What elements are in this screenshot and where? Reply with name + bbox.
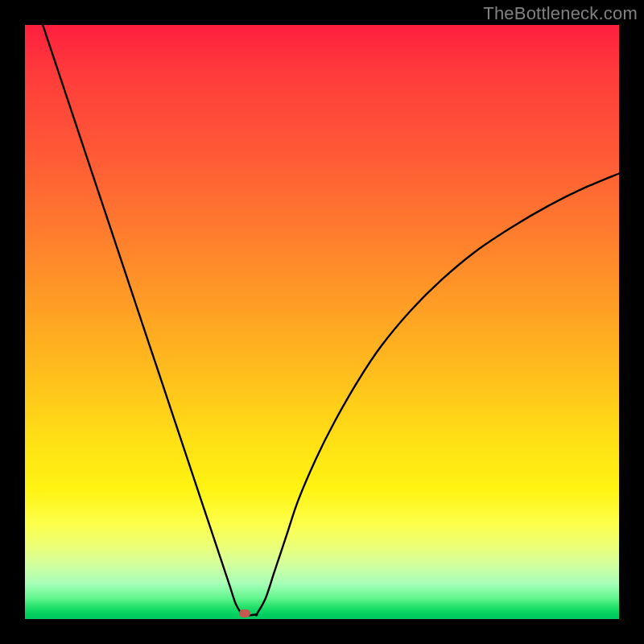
bottleneck-curve: [25, 25, 619, 619]
chart-frame: TheBottleneck.com: [0, 0, 644, 644]
optimum-marker: [239, 609, 250, 617]
plot-area: [25, 25, 619, 619]
watermark-text: TheBottleneck.com: [483, 3, 638, 24]
